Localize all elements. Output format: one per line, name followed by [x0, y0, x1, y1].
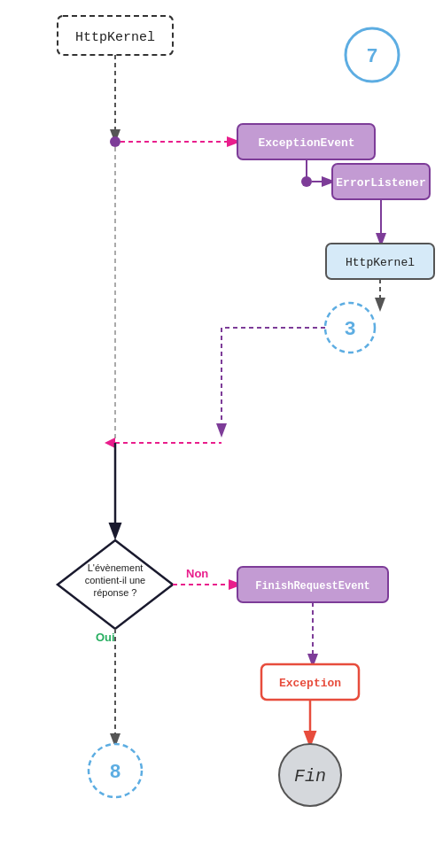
exception-label: Exception: [279, 677, 341, 690]
fin-label: Fin: [294, 766, 326, 787]
exception-event-label: ExceptionEvent: [258, 136, 354, 150]
error-listener-label: ErrorListener: [336, 176, 425, 190]
oui-label: Oui: [96, 631, 115, 644]
httpkernel-mid-label: HttpKernel: [346, 256, 415, 269]
circle-3-label: 3: [344, 319, 355, 341]
finish-event-label: FinishRequestEvent: [255, 580, 370, 593]
circle-7-label: 7: [366, 46, 377, 68]
arrow-pink-head-left: [105, 438, 115, 448]
circle-8-label: 8: [109, 762, 120, 784]
diamond-label-line1: L'évènement: [88, 562, 144, 573]
non-label: Non: [186, 567, 208, 580]
dot-exception-event: [110, 136, 120, 147]
diamond-label-line3: réponse ?: [94, 587, 137, 598]
diamond-label-line2: contient-il une: [85, 575, 146, 585]
dot-error-listener: [301, 176, 312, 187]
httpkernel-top-label: HttpKernel: [75, 30, 155, 45]
